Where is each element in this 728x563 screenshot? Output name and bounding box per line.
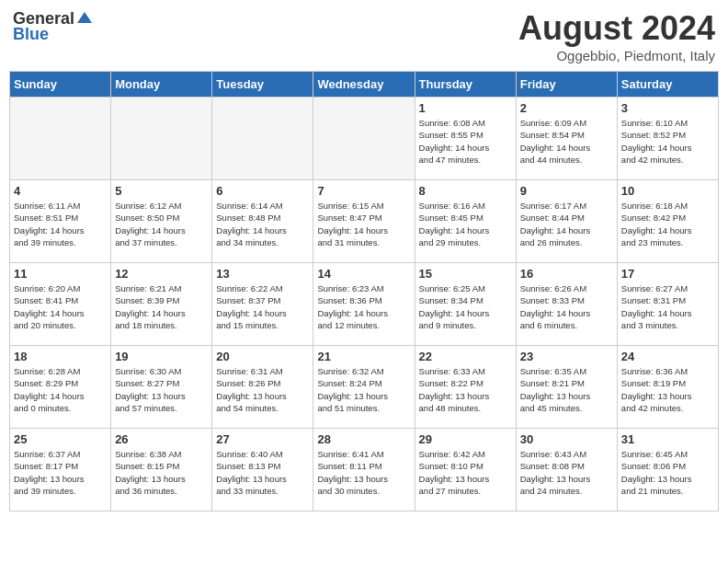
day-number: 12 xyxy=(115,267,208,281)
day-header-tuesday: Tuesday xyxy=(212,72,313,98)
day-number: 8 xyxy=(419,184,512,198)
week-row-4: 18Sunrise: 6:28 AM Sunset: 8:29 PM Dayli… xyxy=(10,346,719,429)
week-row-5: 25Sunrise: 6:37 AM Sunset: 8:17 PM Dayli… xyxy=(10,429,719,511)
calendar-cell: 23Sunrise: 6:35 AM Sunset: 8:21 PM Dayli… xyxy=(516,346,617,429)
calendar-cell: 15Sunrise: 6:25 AM Sunset: 8:34 PM Dayli… xyxy=(415,263,516,346)
day-info: Sunrise: 6:42 AM Sunset: 8:10 PM Dayligh… xyxy=(419,448,512,497)
calendar-cell: 6Sunrise: 6:14 AM Sunset: 8:48 PM Daylig… xyxy=(212,180,313,263)
day-info: Sunrise: 6:32 AM Sunset: 8:24 PM Dayligh… xyxy=(317,365,410,414)
calendar-cell xyxy=(111,98,212,180)
calendar-cell: 27Sunrise: 6:40 AM Sunset: 8:13 PM Dayli… xyxy=(212,429,313,511)
day-number: 23 xyxy=(520,350,613,363)
day-number: 25 xyxy=(14,432,107,446)
logo-icon xyxy=(75,10,94,29)
day-info: Sunrise: 6:30 AM Sunset: 8:27 PM Dayligh… xyxy=(115,365,208,414)
day-info: Sunrise: 6:21 AM Sunset: 8:39 PM Dayligh… xyxy=(115,282,208,331)
day-info: Sunrise: 6:11 AM Sunset: 8:51 PM Dayligh… xyxy=(14,200,107,248)
month-title: August 2024 xyxy=(518,9,715,48)
week-row-1: 1Sunrise: 6:08 AM Sunset: 8:55 PM Daylig… xyxy=(10,98,719,180)
day-number: 2 xyxy=(520,101,613,115)
calendar-cell: 30Sunrise: 6:43 AM Sunset: 8:08 PM Dayli… xyxy=(516,429,617,511)
calendar-cell: 28Sunrise: 6:41 AM Sunset: 8:11 PM Dayli… xyxy=(313,429,415,511)
day-number: 14 xyxy=(317,267,410,281)
day-number: 29 xyxy=(419,432,512,446)
calendar-cell: 19Sunrise: 6:30 AM Sunset: 8:27 PM Dayli… xyxy=(111,346,212,429)
day-info: Sunrise: 6:31 AM Sunset: 8:26 PM Dayligh… xyxy=(216,365,309,414)
calendar-cell xyxy=(10,98,111,180)
calendar-table: SundayMondayTuesdayWednesdayThursdayFrid… xyxy=(9,71,719,511)
week-row-3: 11Sunrise: 6:20 AM Sunset: 8:41 PM Dayli… xyxy=(10,263,719,346)
day-number: 5 xyxy=(115,184,208,198)
day-number: 18 xyxy=(14,350,107,363)
calendar-cell: 13Sunrise: 6:22 AM Sunset: 8:37 PM Dayli… xyxy=(212,263,313,346)
calendar-cell: 1Sunrise: 6:08 AM Sunset: 8:55 PM Daylig… xyxy=(415,98,516,180)
calendar-cell: 5Sunrise: 6:12 AM Sunset: 8:50 PM Daylig… xyxy=(111,180,212,263)
logo: General Blue xyxy=(13,9,95,44)
header: General Blue August 2024 Oggebbio, Piedm… xyxy=(9,9,719,63)
day-info: Sunrise: 6:12 AM Sunset: 8:50 PM Dayligh… xyxy=(115,200,208,248)
day-number: 31 xyxy=(621,432,714,446)
calendar-cell: 26Sunrise: 6:38 AM Sunset: 8:15 PM Dayli… xyxy=(111,429,212,511)
week-row-2: 4Sunrise: 6:11 AM Sunset: 8:51 PM Daylig… xyxy=(10,180,719,263)
day-info: Sunrise: 6:25 AM Sunset: 8:34 PM Dayligh… xyxy=(419,282,512,331)
day-header-thursday: Thursday xyxy=(415,72,516,98)
day-number: 9 xyxy=(520,184,613,198)
day-info: Sunrise: 6:08 AM Sunset: 8:55 PM Dayligh… xyxy=(419,117,512,166)
day-number: 27 xyxy=(216,432,309,446)
day-info: Sunrise: 6:10 AM Sunset: 8:52 PM Dayligh… xyxy=(621,117,714,166)
day-header-saturday: Saturday xyxy=(617,72,718,98)
day-info: Sunrise: 6:40 AM Sunset: 8:13 PM Dayligh… xyxy=(216,448,309,497)
day-info: Sunrise: 6:36 AM Sunset: 8:19 PM Dayligh… xyxy=(621,365,714,414)
calendar-cell: 9Sunrise: 6:17 AM Sunset: 8:44 PM Daylig… xyxy=(516,180,617,263)
calendar-cell: 16Sunrise: 6:26 AM Sunset: 8:33 PM Dayli… xyxy=(516,263,617,346)
calendar-cell: 2Sunrise: 6:09 AM Sunset: 8:54 PM Daylig… xyxy=(516,98,617,180)
logo-blue-text: Blue xyxy=(13,25,49,44)
day-info: Sunrise: 6:15 AM Sunset: 8:47 PM Dayligh… xyxy=(317,200,410,248)
day-info: Sunrise: 6:16 AM Sunset: 8:45 PM Dayligh… xyxy=(419,200,512,248)
day-number: 19 xyxy=(115,350,208,363)
calendar-cell: 7Sunrise: 6:15 AM Sunset: 8:47 PM Daylig… xyxy=(313,180,415,263)
day-number: 13 xyxy=(216,267,309,281)
day-info: Sunrise: 6:38 AM Sunset: 8:15 PM Dayligh… xyxy=(115,448,208,497)
day-number: 10 xyxy=(621,184,714,198)
day-info: Sunrise: 6:09 AM Sunset: 8:54 PM Dayligh… xyxy=(520,117,613,166)
calendar-cell: 8Sunrise: 6:16 AM Sunset: 8:45 PM Daylig… xyxy=(415,180,516,263)
calendar-cell: 22Sunrise: 6:33 AM Sunset: 8:22 PM Dayli… xyxy=(415,346,516,429)
day-number: 24 xyxy=(621,350,714,363)
day-info: Sunrise: 6:37 AM Sunset: 8:17 PM Dayligh… xyxy=(14,448,107,497)
day-number: 3 xyxy=(621,101,714,115)
day-header-monday: Monday xyxy=(111,72,212,98)
day-header-wednesday: Wednesday xyxy=(313,72,415,98)
header-row: SundayMondayTuesdayWednesdayThursdayFrid… xyxy=(10,72,719,98)
calendar-cell xyxy=(212,98,313,180)
calendar-cell: 3Sunrise: 6:10 AM Sunset: 8:52 PM Daylig… xyxy=(617,98,718,180)
calendar-cell xyxy=(313,98,415,180)
day-number: 28 xyxy=(317,432,410,446)
calendar-cell: 4Sunrise: 6:11 AM Sunset: 8:51 PM Daylig… xyxy=(10,180,111,263)
day-info: Sunrise: 6:41 AM Sunset: 8:11 PM Dayligh… xyxy=(317,448,410,497)
day-info: Sunrise: 6:43 AM Sunset: 8:08 PM Dayligh… xyxy=(520,448,613,497)
day-number: 7 xyxy=(317,184,410,198)
calendar-cell: 12Sunrise: 6:21 AM Sunset: 8:39 PM Dayli… xyxy=(111,263,212,346)
day-info: Sunrise: 6:20 AM Sunset: 8:41 PM Dayligh… xyxy=(14,282,107,331)
calendar-cell: 17Sunrise: 6:27 AM Sunset: 8:31 PM Dayli… xyxy=(617,263,718,346)
day-number: 21 xyxy=(317,350,410,363)
day-header-sunday: Sunday xyxy=(10,72,111,98)
location-subtitle: Oggebbio, Piedmont, Italy xyxy=(518,48,715,63)
day-info: Sunrise: 6:35 AM Sunset: 8:21 PM Dayligh… xyxy=(520,365,613,414)
day-info: Sunrise: 6:26 AM Sunset: 8:33 PM Dayligh… xyxy=(520,282,613,331)
day-info: Sunrise: 6:14 AM Sunset: 8:48 PM Dayligh… xyxy=(216,200,309,248)
day-number: 26 xyxy=(115,432,208,446)
day-info: Sunrise: 6:28 AM Sunset: 8:29 PM Dayligh… xyxy=(14,365,107,414)
day-number: 6 xyxy=(216,184,309,198)
day-info: Sunrise: 6:22 AM Sunset: 8:37 PM Dayligh… xyxy=(216,282,309,331)
day-info: Sunrise: 6:23 AM Sunset: 8:36 PM Dayligh… xyxy=(317,282,410,331)
day-number: 16 xyxy=(520,267,613,281)
calendar-cell: 14Sunrise: 6:23 AM Sunset: 8:36 PM Dayli… xyxy=(313,263,415,346)
day-number: 15 xyxy=(419,267,512,281)
day-info: Sunrise: 6:33 AM Sunset: 8:22 PM Dayligh… xyxy=(419,365,512,414)
day-number: 17 xyxy=(621,267,714,281)
day-info: Sunrise: 6:17 AM Sunset: 8:44 PM Dayligh… xyxy=(520,200,613,248)
svg-marker-0 xyxy=(77,12,92,23)
day-number: 22 xyxy=(419,350,512,363)
